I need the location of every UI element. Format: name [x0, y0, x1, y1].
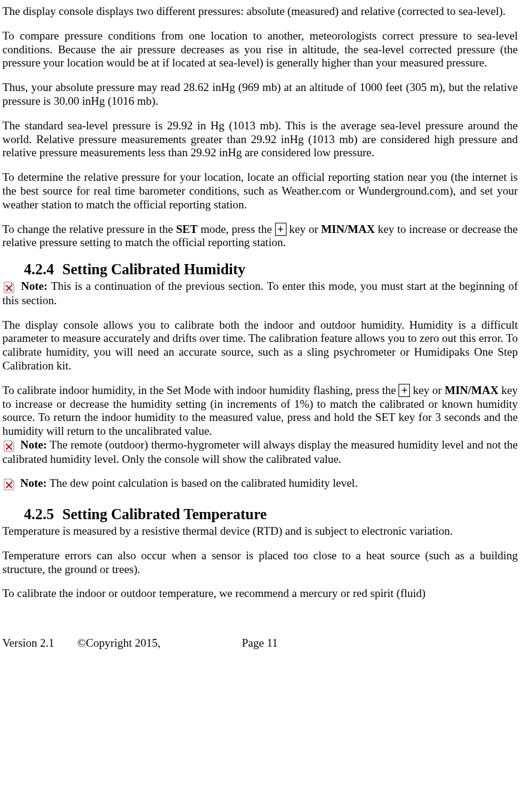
paragraph-calibrate-humidity-intro: The display console allows you to calibr…: [2, 319, 518, 373]
text-fragment: key or: [410, 384, 445, 396]
heading-number: 4.2.5: [24, 505, 62, 523]
minmax-label: MIN/MAX: [445, 384, 499, 396]
note-label: Note:: [20, 438, 47, 451]
text-fragment: mode, press the: [198, 223, 275, 235]
paragraph-temp-rtd: Temperature is measured by a resistive t…: [2, 525, 518, 538]
note-icon: [2, 281, 16, 294]
paragraph-determine-relative: To determine the relative pressure for y…: [2, 171, 518, 211]
paragraph-calibrate-indoor-humidity: To calibrate indoor humidity, in the Set…: [2, 384, 518, 438]
paragraph-standard-pressure: The standard sea-level pressure is 29.92…: [2, 119, 518, 160]
page-footer: Version 2.1 ©Copyright 2015, Page 11: [2, 637, 518, 650]
heading-4-2-5: 4.2.5Setting Calibrated Temperature: [2, 505, 518, 523]
paragraph-calibrate-temp: To calibrate the indoor or outdoor tempe…: [2, 587, 518, 601]
heading-4-2-4: 4.2.4Setting Calibrated Humidity: [2, 260, 518, 278]
note-dew-point: Note: The dew point calculation is based…: [2, 477, 518, 491]
set-label: SET: [176, 223, 198, 235]
note-icon: [2, 440, 16, 453]
note-text: This is a continuation of the previous s…: [2, 280, 518, 307]
paragraph-display-console: The display console displays two differe…: [2, 5, 518, 19]
heading-title: Setting Calibrated Humidity: [62, 261, 246, 277]
heading-number: 4.2.4: [24, 260, 62, 278]
note-label: Note:: [20, 477, 47, 489]
footer-copyright: ©Copyright 2015,: [77, 637, 239, 650]
text-fragment: To calibrate indoor humidity, in the Set…: [2, 384, 399, 396]
note-text: The dew point calculation is based on th…: [47, 477, 358, 489]
paragraph-absolute-example: Thus, your absolute pressure may read 28…: [2, 81, 518, 108]
note-continuation: Note: This is a continuation of the prev…: [2, 280, 518, 307]
plus-key: +: [399, 384, 410, 397]
paragraph-change-relative: To change the relative pressure in the S…: [2, 223, 518, 250]
heading-title: Setting Calibrated Temperature: [62, 506, 267, 522]
footer-page-number: Page 11: [242, 637, 278, 650]
note-icon: [2, 478, 16, 491]
text-fragment: key or: [286, 223, 321, 235]
note-text: The remote (outdoor) thermo-hygrometer w…: [2, 438, 518, 465]
paragraph-temp-errors: Temperature errors can also occur when a…: [2, 549, 518, 577]
note-label: Note:: [21, 280, 47, 292]
text-fragment: To change the relative pressure in the: [2, 223, 176, 235]
footer-version: Version 2.1: [2, 637, 74, 650]
paragraph-compare-pressure: To compare pressure conditions from one …: [2, 29, 518, 70]
note-remote-hygrometer: Note: The remote (outdoor) thermo-hygrom…: [2, 438, 518, 466]
minmax-label: MIN/MAX: [321, 223, 375, 235]
plus-key: +: [275, 223, 286, 236]
